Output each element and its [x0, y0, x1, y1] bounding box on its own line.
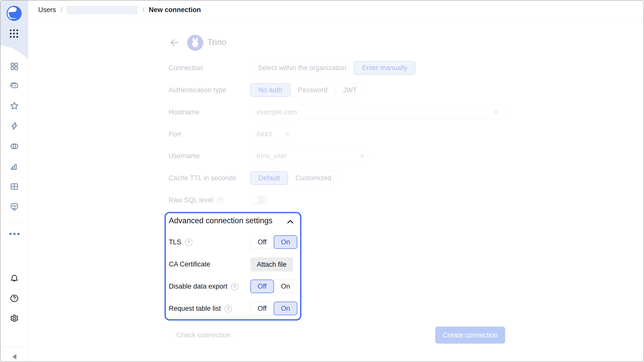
request-table-list-segmented-control: Off On	[250, 302, 297, 315]
connection-label: Connection	[169, 64, 203, 72]
notifications-icon[interactable]	[9, 273, 20, 284]
request-table-list-on-segment[interactable]: On	[274, 302, 297, 315]
topbar: Users / / New connection	[28, 1, 643, 20]
port-field-container: ✕	[250, 127, 296, 141]
sidebar-divider	[1, 347, 28, 347]
request-table-list-off-segment[interactable]: Off	[250, 302, 274, 315]
request-table-list-label: Request table list ?	[169, 305, 232, 312]
segment-jwt[interactable]: JWT	[335, 83, 365, 97]
raw-sql-label-text: Raw SQL level	[169, 196, 213, 204]
tls-help-icon[interactable]: ?	[185, 239, 192, 246]
sidebar-divider	[4, 222, 25, 223]
connections-icon[interactable]	[9, 121, 20, 132]
attach-file-button[interactable]: Attach file	[250, 257, 293, 272]
raw-sql-label: Raw SQL level ?	[169, 196, 224, 204]
tls-on-segment[interactable]: On	[274, 235, 297, 249]
breadcrumb-users[interactable]: Users	[38, 6, 56, 14]
dashboards-icon[interactable]	[9, 61, 20, 72]
hostname-field-container: ✕	[250, 105, 505, 119]
username-field-container: ✕	[250, 149, 371, 163]
tls-segmented-control: Off On	[250, 235, 297, 249]
datasets-icon[interactable]	[9, 141, 20, 152]
cache-ttl-segmented-control: Default Customized	[250, 171, 339, 185]
port-label: Port	[169, 130, 181, 138]
app-window: Users / / New connection Trino Connectio…	[0, 0, 644, 362]
username-label: Username	[169, 152, 200, 160]
tables-icon[interactable]	[9, 181, 20, 192]
segment-enter-manually[interactable]: Enter manually	[354, 61, 415, 75]
port-input[interactable]	[256, 130, 281, 139]
charts-icon[interactable]	[9, 161, 20, 172]
request-table-list-label-text: Request table list	[169, 305, 221, 312]
disable-data-export-help-icon[interactable]: ?	[231, 283, 238, 290]
apps-grid-icon[interactable]	[10, 29, 19, 38]
auth-type-label: Authentication type	[169, 86, 226, 94]
help-icon[interactable]	[9, 293, 20, 304]
breadcrumb-current: New connection	[149, 6, 201, 14]
sidebar	[1, 1, 28, 361]
connector-title: Trino	[207, 37, 226, 47]
tls-label: TLS ?	[169, 238, 192, 246]
raw-sql-toggle[interactable]	[250, 196, 268, 204]
tls-label-text: TLS	[169, 238, 181, 246]
breadcrumb-separator: /	[142, 6, 144, 14]
disable-data-export-label: Disable data export ?	[169, 283, 238, 290]
more-icon[interactable]	[9, 231, 20, 236]
raw-sql-help-icon[interactable]: ?	[217, 197, 224, 204]
advanced-settings-title: Advanced connection settings	[169, 216, 272, 225]
cache-ttl-label: Cache TTL in seconds	[169, 174, 236, 182]
disable-data-export-off-segment[interactable]: Off	[250, 280, 274, 293]
disable-data-export-segmented-control: Off On	[250, 280, 297, 293]
auth-segmented-control: No auth Password JWT	[250, 83, 365, 97]
create-connection-button[interactable]: Create connection	[435, 327, 505, 344]
port-clear-icon[interactable]: ✕	[281, 131, 290, 138]
segment-password[interactable]: Password	[290, 83, 336, 97]
check-connection-button[interactable]: Check connection	[169, 327, 237, 344]
editor-icon[interactable]	[9, 201, 20, 212]
back-button[interactable]	[169, 37, 181, 49]
hostname-clear-icon[interactable]: ✕	[490, 109, 499, 116]
tls-off-segment[interactable]: Off	[250, 235, 274, 249]
segment-default[interactable]: Default	[250, 171, 288, 185]
advanced-settings-panel: Advanced connection settings TLS ? Off O…	[165, 212, 301, 321]
username-input[interactable]	[256, 152, 356, 160]
username-clear-icon[interactable]: ✕	[356, 153, 365, 159]
breadcrumb-redacted-item[interactable]	[67, 6, 138, 14]
segment-no-auth[interactable]: No auth	[250, 83, 290, 97]
hostname-input[interactable]	[256, 108, 490, 116]
breadcrumb-separator: /	[61, 6, 63, 14]
disable-data-export-on-segment[interactable]: On	[274, 280, 297, 293]
favorites-icon[interactable]	[9, 100, 20, 111]
collections-icon[interactable]	[9, 80, 20, 92]
settings-gear-icon[interactable]	[9, 313, 20, 324]
disable-data-export-label-text: Disable data export	[169, 283, 227, 290]
ca-certificate-label: CA Certificate	[169, 260, 210, 268]
connection-segmented-control: Select within the organization Enter man…	[250, 61, 415, 75]
segment-select-within-organization[interactable]: Select within the organization	[250, 61, 354, 75]
collapse-sidebar-icon[interactable]	[10, 353, 19, 360]
datalens-logo[interactable]	[6, 6, 22, 21]
segment-customized[interactable]: Customized	[288, 171, 339, 185]
trino-logo	[187, 35, 203, 51]
hostname-label: Hostname	[169, 108, 199, 116]
chevron-up-icon[interactable]	[286, 218, 295, 226]
request-table-list-help-icon[interactable]: ?	[224, 305, 232, 312]
